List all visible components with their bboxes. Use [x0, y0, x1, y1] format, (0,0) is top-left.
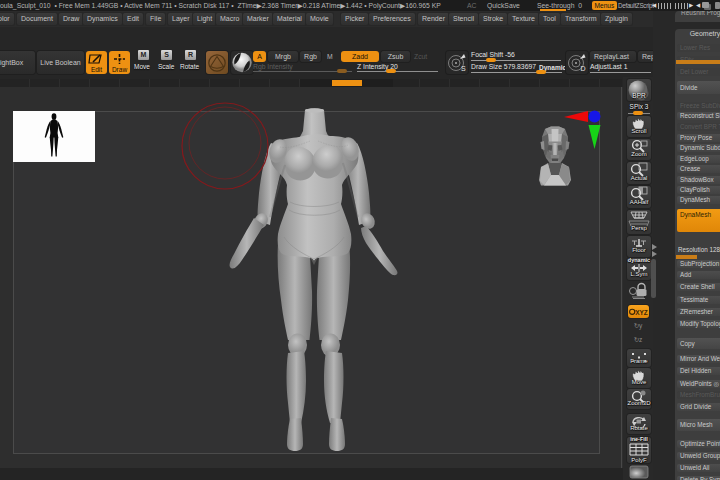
svg-text:XYZ: XYZ — [635, 309, 648, 316]
svg-text:D: D — [581, 65, 586, 72]
svg-text:S: S — [461, 65, 466, 72]
